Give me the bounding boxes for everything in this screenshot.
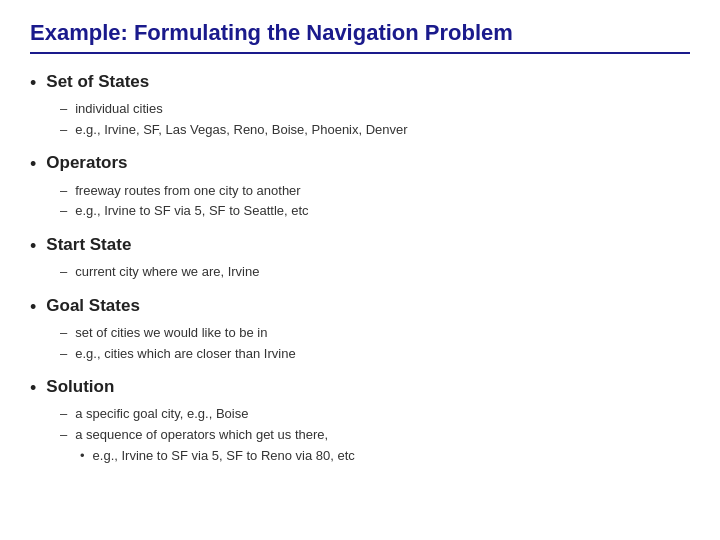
bullet-dot-icon: •: [30, 377, 36, 400]
sub-text-1-1: e.g., Irvine to SF via 5, SF to Seattle,…: [75, 201, 308, 221]
sub-text-4-1: a sequence of operators which get us the…: [75, 425, 328, 445]
bullet-main-2: •Start State: [30, 235, 690, 258]
bullet-section-1: •Operators–freeway routes from one city …: [30, 153, 690, 220]
sub-bullet-0-1: –e.g., Irvine, SF, Las Vegas, Reno, Bois…: [60, 120, 690, 140]
sub-text-3-1: e.g., cities which are closer than Irvin…: [75, 344, 295, 364]
sub-bullets-1: –freeway routes from one city to another…: [60, 181, 690, 221]
bullet-main-1: •Operators: [30, 153, 690, 176]
bullet-section-4: •Solution–a specific goal city, e.g., Bo…: [30, 377, 690, 466]
sub-bullets-0: –individual cities–e.g., Irvine, SF, Las…: [60, 99, 690, 139]
sub-dash-icon: –: [60, 181, 67, 201]
sub-text-0-0: individual cities: [75, 99, 162, 119]
sub-bullet-3-0: –set of cities we would like to be in: [60, 323, 690, 343]
sub-text-0-1: e.g., Irvine, SF, Las Vegas, Reno, Boise…: [75, 120, 407, 140]
sub-bullet-0-0: –individual cities: [60, 99, 690, 119]
sub-text-1-0: freeway routes from one city to another: [75, 181, 300, 201]
sub-bullets-4: –a specific goal city, e.g., Boise–a seq…: [60, 404, 690, 466]
sub-bullet-4-0: –a specific goal city, e.g., Boise: [60, 404, 690, 424]
bullet-label-4: Solution: [46, 377, 114, 397]
sub-dash-icon: –: [60, 404, 67, 424]
slide: Example: Formulating the Navigation Prob…: [0, 0, 720, 540]
sub-dash-icon: –: [60, 344, 67, 364]
bullet-section-2: •Start State–current city where we are, …: [30, 235, 690, 282]
sub-dash-icon: –: [60, 201, 67, 221]
bullet-main-4: •Solution: [30, 377, 690, 400]
sub-text-2-0: current city where we are, Irvine: [75, 262, 259, 282]
bullet-main-0: •Set of States: [30, 72, 690, 95]
sub-bullet-2-0: –current city where we are, Irvine: [60, 262, 690, 282]
bullet-label-3: Goal States: [46, 296, 140, 316]
sub-bullet-1-1: –e.g., Irvine to SF via 5, SF to Seattle…: [60, 201, 690, 221]
sub-text-4-0: a specific goal city, e.g., Boise: [75, 404, 248, 424]
bullet-label-1: Operators: [46, 153, 127, 173]
sub-bullets-3: –set of cities we would like to be in–e.…: [60, 323, 690, 363]
slide-title: Example: Formulating the Navigation Prob…: [30, 20, 690, 54]
sub-sub-dot-icon: •: [80, 446, 85, 466]
sub-sub-text-4-0: e.g., Irvine to SF via 5, SF to Reno via…: [93, 446, 355, 466]
sub-dash-icon: –: [60, 99, 67, 119]
sub-bullet-3-1: –e.g., cities which are closer than Irvi…: [60, 344, 690, 364]
sub-dash-icon: –: [60, 425, 67, 445]
sub-sub-bullets-4: •e.g., Irvine to SF via 5, SF to Reno vi…: [80, 446, 690, 466]
sub-dash-icon: –: [60, 120, 67, 140]
bullet-dot-icon: •: [30, 296, 36, 319]
bullet-dot-icon: •: [30, 153, 36, 176]
sub-sub-bullet-4-0: •e.g., Irvine to SF via 5, SF to Reno vi…: [80, 446, 690, 466]
sub-text-3-0: set of cities we would like to be in: [75, 323, 267, 343]
sub-dash-icon: –: [60, 262, 67, 282]
bullet-dot-icon: •: [30, 235, 36, 258]
sub-bullet-4-1: –a sequence of operators which get us th…: [60, 425, 690, 445]
bullet-section-3: •Goal States–set of cities we would like…: [30, 296, 690, 363]
bullet-main-3: •Goal States: [30, 296, 690, 319]
sub-bullets-2: –current city where we are, Irvine: [60, 262, 690, 282]
sub-bullet-1-0: –freeway routes from one city to another: [60, 181, 690, 201]
bullet-label-2: Start State: [46, 235, 131, 255]
bullet-label-0: Set of States: [46, 72, 149, 92]
bullet-dot-icon: •: [30, 72, 36, 95]
bullet-section-0: •Set of States–individual cities–e.g., I…: [30, 72, 690, 139]
sub-dash-icon: –: [60, 323, 67, 343]
